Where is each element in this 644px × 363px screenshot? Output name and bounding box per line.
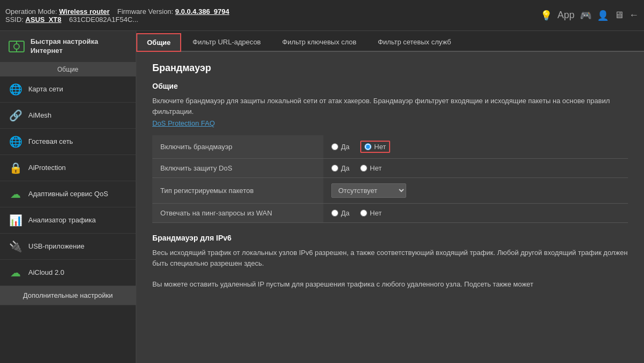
- ssid-label: SSID:: [5, 16, 24, 24]
- dos-yes-label[interactable]: Да: [331, 164, 350, 172]
- packet-type-dropdown[interactable]: Отсутствует Все Принятые Отклонённые: [331, 183, 406, 198]
- sidebar-top-item-quick-setup[interactable]: Быстрая настройка Интернет: [0, 31, 136, 63]
- wan-ping-no-radio[interactable]: [360, 210, 367, 217]
- sidebar-item-network-map[interactable]: 🌐 Карта сети: [0, 76, 136, 103]
- sidebar-item-label-aicloud: AiCloud 2.0: [28, 268, 64, 276]
- guest-network-icon: 🌐: [8, 134, 23, 149]
- ipv6-description2: Вы можете оставить удаленный IP пустым д…: [152, 279, 628, 290]
- dos-options: Да Нет: [323, 159, 628, 178]
- sidebar-item-label-aimesh: AiMesh: [28, 111, 51, 119]
- quick-setup-icon: [8, 38, 25, 55]
- sidebar-item-aicloud[interactable]: ☁ AiCloud 2.0: [0, 260, 136, 286]
- firewall-no-text: Нет: [374, 143, 386, 151]
- firewall-yes-text: Да: [341, 143, 350, 151]
- settings-table: Включить брандмауэр Да Нет: [152, 135, 628, 223]
- firmware-value: 9.0.0.4.386_9794: [175, 7, 229, 16]
- wan-ping-no-label[interactable]: Нет: [360, 209, 382, 217]
- aiprotection-icon: 🔒: [8, 160, 23, 175]
- ssid-line: SSID: ASUS_XT8 631CDE082A1F54C...: [5, 16, 229, 24]
- sidebar-item-label-aiprotection: AiProtection: [28, 164, 66, 172]
- packet-type-label: Тип регистрируемых пакетов: [152, 178, 323, 204]
- traffic-analyzer-icon: 📊: [8, 213, 23, 228]
- dos-protection-faq-link[interactable]: DoS Protection FAQ: [152, 119, 215, 127]
- operation-mode-line: Operation Mode: Wireless router Firmware…: [5, 7, 229, 16]
- operation-mode-label: Operation Mode:: [5, 7, 57, 16]
- dos-radio-group: Да Нет: [331, 164, 620, 172]
- tab-bar: Общие Фильтр URL-адресов Фильтр ключевых…: [136, 31, 644, 52]
- sidebar-item-label-guest-network: Гостевая сеть: [28, 137, 73, 145]
- firmware-label: Firmware Version:: [117, 7, 173, 16]
- wan-ping-yes-label[interactable]: Да: [331, 209, 350, 217]
- dos-yes-text: Да: [341, 164, 350, 172]
- page-content: Брандмауэр Общие Включите брандмауэр для…: [136, 52, 644, 363]
- ipv6-section: Брандмауэр для IPv6 Весь исходящий трафи…: [152, 234, 628, 290]
- sidebar-item-advanced[interactable]: Дополнительные настройки: [0, 286, 136, 305]
- sidebar-item-label-usb-app: USB-приложение: [28, 242, 84, 250]
- sidebar-item-usb-app[interactable]: 🔌 USB-приложение: [0, 234, 136, 260]
- description-text: Включите брандмауэр для защиты локальной…: [152, 96, 628, 117]
- firewall-label: Включить брандмауэр: [152, 135, 323, 159]
- tab-keyword-filter[interactable]: Фильтр ключевых слов: [272, 33, 367, 51]
- firewall-yes-radio[interactable]: [331, 143, 338, 150]
- content-area: Общие Фильтр URL-адресов Фильтр ключевых…: [136, 31, 644, 363]
- table-row-packet-type: Тип регистрируемых пакетов Отсутствует В…: [152, 178, 628, 204]
- firewall-no-radio[interactable]: [364, 143, 371, 150]
- monitor-icon[interactable]: 🖥: [614, 10, 624, 21]
- ipv6-description1: Весь исходящий трафик от локальных узлов…: [152, 248, 628, 268]
- sidebar-bottom-label: Дополнительные настройки: [23, 291, 113, 299]
- tab-network-service-filter[interactable]: Фильтр сетевых служб: [368, 33, 461, 51]
- aicloud-icon: ☁: [8, 265, 23, 280]
- gamepad-icon[interactable]: 🎮: [580, 10, 592, 21]
- wan-ping-yes-radio[interactable]: [331, 210, 338, 217]
- sidebar-item-traffic-analyzer[interactable]: 📊 Анализатор трафика: [0, 207, 136, 234]
- dos-no-text: Нет: [370, 164, 382, 172]
- top-header: Operation Mode: Wireless router Firmware…: [0, 0, 644, 31]
- wan-ping-no-text: Нет: [370, 209, 382, 217]
- firewall-options: Да Нет: [323, 135, 628, 159]
- section1-title: Общие: [152, 82, 628, 90]
- table-row-dos: Включить защиту DoS Да Нет: [152, 159, 628, 178]
- usb-app-icon: 🔌: [8, 239, 23, 254]
- sidebar-item-label-traffic-analyzer: Анализатор трафика: [28, 216, 96, 224]
- svg-point-1: [14, 44, 19, 49]
- sidebar-item-aimesh[interactable]: 🔗 AiMesh: [0, 103, 136, 129]
- table-row-wan-ping: Отвечать на пинг-запросы из WAN Да Нет: [152, 204, 628, 223]
- network-map-icon: 🌐: [8, 82, 23, 97]
- firewall-yes-label[interactable]: Да: [331, 143, 350, 151]
- main-layout: Быстрая настройка Интернет Общие 🌐 Карта…: [0, 31, 644, 363]
- sidebar-item-guest-network[interactable]: 🌐 Гостевая сеть: [0, 129, 136, 155]
- firewall-radio-group: Да Нет: [331, 141, 620, 153]
- adaptive-qos-icon: ☁: [8, 187, 23, 202]
- page-title: Брандмауэр: [152, 63, 628, 74]
- back-arrow-icon[interactable]: ←: [629, 10, 639, 21]
- wan-ping-label: Отвечать на пинг-запросы из WAN: [152, 204, 323, 223]
- sidebar: Быстрая настройка Интернет Общие 🌐 Карта…: [0, 31, 136, 363]
- sidebar-item-adaptive-qos[interactable]: ☁ Адаптивный сервис QoS: [0, 181, 136, 207]
- sidebar-item-aiprotection[interactable]: 🔒 AiProtection: [0, 155, 136, 181]
- dos-no-label[interactable]: Нет: [360, 164, 382, 172]
- wan-ping-options: Да Нет: [323, 204, 628, 223]
- table-row-firewall: Включить брандмауэр Да Нет: [152, 135, 628, 159]
- firewall-no-label[interactable]: Нет: [360, 141, 390, 153]
- top-icons-group: 💡 App 🎮 👤 🖥 ←: [540, 10, 639, 21]
- header-info: Operation Mode: Wireless router Firmware…: [5, 7, 229, 24]
- aimesh-icon: 🔗: [8, 108, 23, 123]
- sidebar-item-label-network-map: Карта сети: [28, 85, 63, 93]
- wan-ping-yes-text: Да: [341, 209, 350, 217]
- tab-url-filter[interactable]: Фильтр URL-адресов: [182, 33, 271, 51]
- wan-ping-radio-group: Да Нет: [331, 209, 620, 217]
- dos-label: Включить защиту DoS: [152, 159, 323, 178]
- dos-yes-radio[interactable]: [331, 165, 338, 172]
- operation-mode-value: Wireless router: [59, 7, 110, 16]
- quick-setup-label: Быстрая настройка Интернет: [30, 37, 98, 56]
- dos-no-radio[interactable]: [360, 165, 367, 172]
- section2-title: Брандмауэр для IPv6: [152, 234, 628, 242]
- tab-general[interactable]: Общие: [136, 33, 181, 52]
- app-label[interactable]: App: [557, 10, 575, 21]
- bulb-icon[interactable]: 💡: [540, 10, 552, 21]
- packet-type-options: Отсутствует Все Принятые Отклонённые: [323, 178, 628, 204]
- sidebar-section-general: Общие: [0, 63, 136, 76]
- ssid-value: ASUS_XT8: [26, 16, 61, 24]
- person-icon[interactable]: 👤: [597, 10, 609, 21]
- sidebar-item-label-adaptive-qos: Адаптивный сервис QoS: [28, 190, 108, 198]
